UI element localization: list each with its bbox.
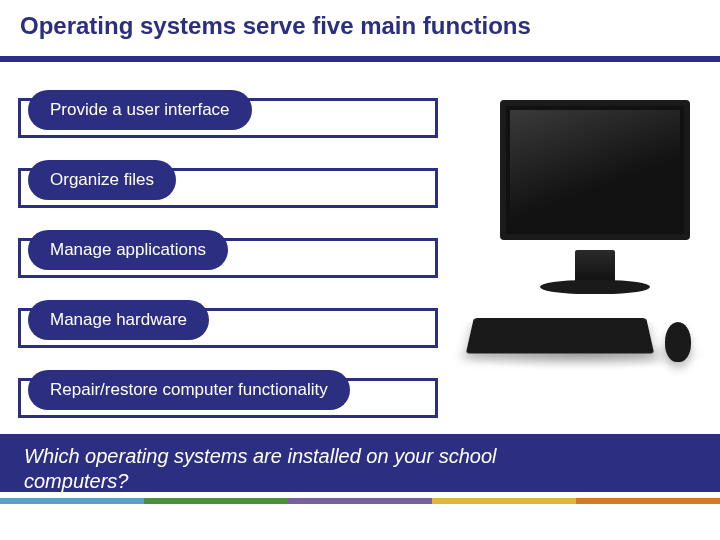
item-label: Provide a user interface <box>50 100 230 120</box>
slide: Operating systems serve five main functi… <box>0 0 720 540</box>
monitor-icon <box>500 100 690 240</box>
title-divider <box>0 56 720 62</box>
monitor-base <box>540 280 650 294</box>
strip-segment <box>0 498 144 504</box>
footer-color-strip <box>0 498 720 504</box>
item-label: Repair/restore computer functionality <box>50 380 328 400</box>
item-label: Manage applications <box>50 240 206 260</box>
list-item: Manage applications <box>18 230 438 282</box>
item-pill: Manage applications <box>28 230 228 270</box>
function-list: Provide a user interface Organize files … <box>18 90 438 440</box>
keyboard-icon <box>466 318 654 353</box>
list-item: Manage hardware <box>18 300 438 352</box>
list-item: Provide a user interface <box>18 90 438 142</box>
computer-illustration <box>440 100 700 400</box>
item-pill: Provide a user interface <box>28 90 252 130</box>
item-pill: Repair/restore computer functionality <box>28 370 350 410</box>
monitor-stand <box>575 250 615 284</box>
monitor-screen <box>510 110 680 230</box>
list-item: Organize files <box>18 160 438 212</box>
list-item: Repair/restore computer functionality <box>18 370 438 422</box>
question-text: Which operating systems are installed on… <box>24 444 584 494</box>
page-title: Operating systems serve five main functi… <box>0 0 720 50</box>
strip-segment <box>432 498 576 504</box>
item-pill: Organize files <box>28 160 176 200</box>
strip-segment <box>576 498 720 504</box>
item-label: Organize files <box>50 170 154 190</box>
strip-segment <box>144 498 288 504</box>
item-pill: Manage hardware <box>28 300 209 340</box>
mouse-icon <box>665 322 691 362</box>
item-label: Manage hardware <box>50 310 187 330</box>
strip-segment <box>288 498 432 504</box>
